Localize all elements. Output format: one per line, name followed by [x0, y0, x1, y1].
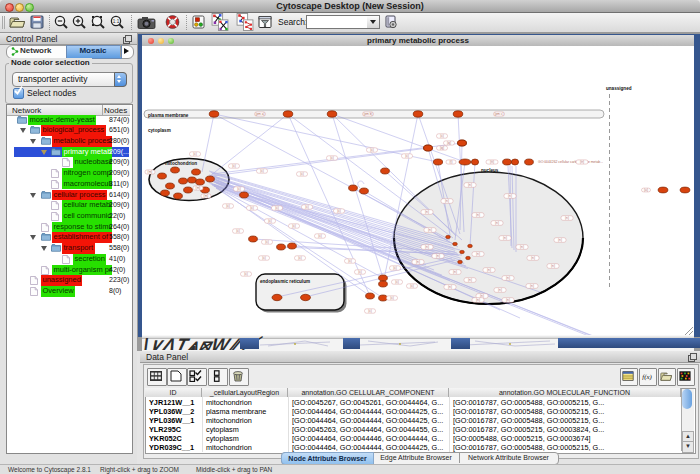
svg-text:(n): (n) — [468, 183, 472, 187]
svg-text:(c): (c) — [236, 229, 240, 233]
svg-text:nucleus: nucleus — [481, 168, 499, 173]
svg-text:(n): (n) — [503, 236, 507, 240]
svg-text:(tt): (tt) — [490, 160, 494, 164]
svg-text:(n): (n) — [428, 228, 432, 232]
svg-text:(c): (c) — [393, 266, 397, 270]
svg-text:(c): (c) — [275, 206, 279, 210]
svg-text:plasma membrane: plasma membrane — [148, 113, 189, 118]
svg-text:(c): (c) — [292, 224, 296, 228]
svg-text:(n): (n) — [531, 256, 535, 260]
svg-text:(m): (m) — [196, 186, 201, 190]
svg-text:(tr): (tr) — [580, 160, 584, 164]
svg-text:(c): (c) — [410, 284, 414, 288]
svg-text:f(x): f(x) — [642, 373, 652, 381]
svg-text:(n): (n) — [476, 298, 480, 302]
svg-text:(m): (m) — [204, 194, 209, 198]
svg-text:(c): (c) — [300, 172, 304, 176]
svg-text:(pm c): (pm c) — [494, 112, 503, 116]
svg-text:(n): (n) — [425, 210, 429, 214]
svg-text:(u): (u) — [644, 188, 648, 192]
svg-text:(c): (c) — [262, 256, 266, 260]
svg-text:(c): (c) — [390, 296, 394, 300]
svg-text:(c): (c) — [358, 270, 362, 274]
svg-text:(c): (c) — [244, 272, 248, 276]
svg-text:(n): (n) — [476, 252, 480, 256]
svg-text:(c): (c) — [265, 240, 269, 244]
svg-text:(q): (q) — [447, 141, 451, 145]
svg-text:(c): (c) — [232, 164, 236, 168]
svg-text:(c): (c) — [395, 280, 399, 284]
svg-text:(c): (c) — [298, 256, 302, 260]
svg-text:endoplasmic reticulum: endoplasmic reticulum — [260, 279, 310, 284]
svg-text:(c): (c) — [370, 148, 374, 152]
svg-text:(n): (n) — [416, 260, 420, 264]
svg-text:(t): (t) — [449, 160, 452, 164]
svg-text:(c): (c) — [405, 154, 409, 158]
svg-text:(pm a): (pm a) — [255, 112, 264, 116]
svg-text:cytoplasm: cytoplasm — [148, 128, 171, 133]
svg-text:(n): (n) — [508, 194, 512, 198]
svg-text:(n): (n) — [506, 276, 510, 280]
svg-text:(c): (c) — [305, 205, 309, 209]
svg-text:(n): (n) — [425, 245, 429, 249]
svg-text:(m): (m) — [148, 170, 153, 174]
svg-text:(c): (c) — [440, 134, 444, 138]
svg-text:(n): (n) — [506, 298, 510, 302]
svg-text:(c): (c) — [348, 259, 352, 263]
svg-text:(n): (n) — [495, 221, 499, 225]
svg-text:(n): (n) — [436, 254, 440, 258]
svg-text:(n): (n) — [487, 268, 491, 272]
svg-text:(c): (c) — [368, 309, 372, 313]
svg-text:(n): (n) — [468, 278, 472, 282]
svg-text:(c): (c) — [260, 169, 264, 173]
svg-text:(n): (n) — [498, 288, 502, 292]
svg-text:(n): (n) — [520, 245, 524, 249]
svg-text:(n): (n) — [476, 213, 480, 217]
svg-text:unassigned: unassigned — [606, 86, 632, 91]
svg-text:(c): (c) — [237, 187, 241, 191]
svg-text:(c): (c) — [226, 204, 230, 208]
svg-text:(n): (n) — [558, 238, 562, 242]
svg-text:GO:0044262 cellular carbohydra: GO:0044262 cellular carbohydrate metab..… — [538, 160, 603, 164]
svg-text:(n): (n) — [453, 270, 457, 274]
svg-text:(pm b): (pm b) — [363, 112, 372, 116]
svg-text:(c): (c) — [193, 152, 197, 156]
svg-text:mitochondrion: mitochondrion — [165, 161, 197, 166]
svg-text:(n): (n) — [448, 285, 452, 289]
svg-text:(c): (c) — [268, 219, 272, 223]
svg-text:(c): (c) — [318, 234, 322, 238]
svg-text:(n): (n) — [551, 264, 555, 268]
svg-text:(n): (n) — [445, 199, 449, 203]
svg-text:(q): (q) — [440, 146, 444, 150]
svg-text:(n): (n) — [530, 284, 534, 288]
svg-text:(c): (c) — [250, 206, 254, 210]
svg-text:(c): (c) — [330, 156, 334, 160]
svg-text:1:1: 1:1 — [113, 19, 120, 24]
svg-text:(c): (c) — [337, 209, 341, 213]
svg-text:(n): (n) — [565, 216, 569, 220]
